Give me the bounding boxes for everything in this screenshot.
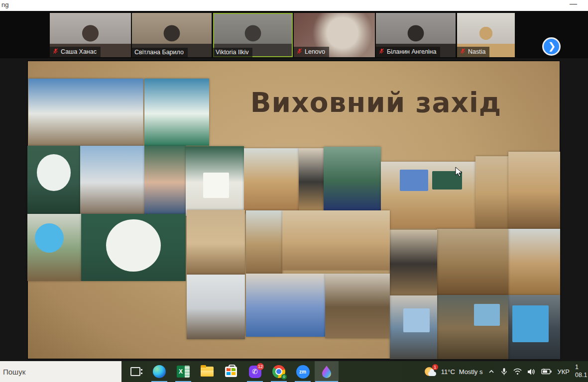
photo-detail bbox=[432, 171, 463, 190]
participant-name-label: Nastia bbox=[457, 47, 489, 57]
zoom-meeting-window: ng — Саша ХанасСвітлана БарилоViktoria I… bbox=[0, 0, 588, 382]
microsoft-store-icon bbox=[225, 367, 237, 377]
collage-photo-girl-window-writing bbox=[187, 275, 245, 339]
wifi-icon[interactable] bbox=[513, 368, 522, 375]
collage-photo-dove-heart-hands bbox=[27, 146, 80, 216]
participant-name: Саша Ханас bbox=[61, 48, 97, 55]
photo-detail bbox=[37, 154, 71, 191]
collage-photo-smartboard-lesson bbox=[508, 295, 560, 359]
app-badge: 12 bbox=[257, 363, 264, 370]
participant-video[interactable]: Nastia bbox=[457, 13, 515, 57]
collage-photo-earth-lollipops bbox=[27, 214, 81, 281]
volume-icon[interactable] bbox=[527, 368, 536, 376]
participant-name-label: Світлана Барило bbox=[132, 48, 188, 57]
app-badge: 0 bbox=[281, 374, 287, 380]
collage-photo-girl-with-drawing bbox=[186, 146, 244, 216]
collage-photo-classroom-mid-right bbox=[437, 229, 508, 295]
language-indicator[interactable]: УКР bbox=[557, 368, 570, 376]
photo-detail bbox=[106, 219, 160, 272]
paint-icon bbox=[321, 365, 333, 379]
excel-icon: X bbox=[177, 366, 190, 378]
chevron-up-icon[interactable] bbox=[488, 368, 495, 375]
participant-name: Viktoria Ilkiv bbox=[216, 49, 248, 56]
microphone-icon[interactable] bbox=[500, 368, 508, 376]
collage-photo-classroom-screen-right bbox=[437, 295, 508, 359]
weather-badge: 1 bbox=[432, 364, 438, 370]
collage-photo-doves-earth-pile bbox=[144, 79, 209, 146]
photo-detail bbox=[400, 170, 428, 191]
collage-photo-kids-writing-1 bbox=[475, 156, 508, 229]
minimize-button[interactable]: — bbox=[570, 0, 577, 7]
collage-photo-two-girls-writing bbox=[187, 210, 245, 275]
participant-name-label: Viktoria Ilkiv bbox=[213, 48, 252, 57]
taskbar-app-paint[interactable] bbox=[315, 361, 339, 382]
participant-video[interactable]: Світлана Барило bbox=[132, 13, 212, 57]
battery-icon[interactable] bbox=[541, 369, 552, 375]
participant-name: Біланин Ангеліна bbox=[387, 48, 436, 55]
muted-mic-icon bbox=[52, 48, 59, 56]
search-placeholder: Пошук bbox=[3, 368, 25, 376]
photo-detail bbox=[512, 305, 549, 343]
participant-name: Світлана Барило bbox=[134, 49, 184, 56]
weather-widget[interactable]: 1 11°C Mostly s bbox=[424, 366, 483, 378]
clock[interactable]: 1 08.1 bbox=[575, 364, 588, 379]
weather-desc: Mostly s bbox=[459, 368, 483, 376]
shared-slide: Виховний захід bbox=[27, 61, 560, 359]
edge-icon bbox=[153, 365, 166, 378]
slide-title: Виховний захід bbox=[227, 87, 525, 118]
taskbar-app-zoom[interactable]: zm bbox=[291, 361, 315, 382]
taskbar-app-explorer[interactable] bbox=[195, 361, 219, 382]
collage-photo-girl-writing-2 bbox=[508, 152, 560, 229]
collage-photo-class-window-board bbox=[390, 295, 437, 359]
muted-mic-icon bbox=[296, 48, 303, 56]
collage-photo-classroom-desks bbox=[244, 148, 299, 213]
next-participants-button[interactable]: ❯ bbox=[542, 37, 561, 56]
zoom-icon: zm bbox=[296, 365, 310, 379]
participant-name: Lenovo bbox=[305, 48, 325, 55]
collage-photo-teacher-walking bbox=[390, 230, 437, 295]
window-titlebar: ng — bbox=[0, 0, 588, 11]
taskbar: Пошук X✆120zm 1 11°C Mostly s bbox=[0, 361, 588, 382]
participant-strip: Саша ХанасСвітлана БарилоViktoria IlkivL… bbox=[0, 11, 588, 58]
collage-photo-class-presentation bbox=[381, 162, 475, 228]
taskbar-app-excel[interactable]: X bbox=[171, 361, 195, 382]
taskbar-app-chrome[interactable]: 0 bbox=[267, 361, 291, 382]
collage-photo-kids-doves-banner bbox=[28, 79, 143, 146]
taskbar-app-store[interactable] bbox=[219, 361, 243, 382]
collage-photo-teacher-standing bbox=[299, 148, 324, 213]
collage-photo-smiling-girl bbox=[144, 146, 186, 216]
clock-date: 08.1 bbox=[575, 372, 588, 380]
file-explorer-icon bbox=[201, 367, 214, 377]
participant-video[interactable]: Lenovo bbox=[294, 13, 375, 57]
search-input[interactable]: Пошук bbox=[0, 361, 121, 382]
participant-video[interactable]: Viktoria Ilkiv bbox=[213, 13, 293, 57]
collage-photo-blonde-girl-blue bbox=[246, 274, 325, 337]
participant-name-label: Саша Ханас bbox=[50, 47, 101, 57]
participant-name-label: Біланин Ангеліна bbox=[376, 47, 440, 57]
collage-photo-desks-hands bbox=[282, 210, 390, 270]
collage-photo-classroom-right bbox=[508, 229, 560, 295]
weather-temp: 11°C bbox=[441, 368, 455, 376]
participant-name: Nastia bbox=[468, 48, 485, 55]
collage-photo-boy-brown-writing bbox=[325, 274, 390, 338]
participant-name-label: Lenovo bbox=[294, 47, 329, 57]
collage-photo-dove-heart-board bbox=[81, 214, 186, 281]
photo-detail bbox=[474, 304, 500, 326]
taskbar-app-viber[interactable]: ✆12 bbox=[243, 361, 267, 382]
photo-detail bbox=[203, 173, 229, 197]
task-view-icon bbox=[130, 367, 140, 376]
collage-photo-boy-vyshyvanka bbox=[324, 147, 381, 212]
window-title: ng bbox=[1, 1, 8, 8]
presentation-stage: Виховний захід bbox=[0, 58, 588, 361]
system-tray: 1 11°C Mostly s УКР 1 08 bbox=[424, 361, 588, 382]
photo-detail bbox=[403, 308, 430, 333]
collage-photo-teacher-selfie-class bbox=[80, 146, 144, 216]
participant-video[interactable]: Біланин Ангеліна bbox=[376, 13, 456, 57]
chevron-right-icon: ❯ bbox=[548, 41, 556, 51]
taskbar-app-edge[interactable] bbox=[147, 361, 171, 382]
taskbar-app-task-view[interactable] bbox=[123, 361, 147, 382]
clock-time: 1 bbox=[575, 364, 588, 372]
muted-mic-icon bbox=[378, 48, 385, 56]
photo-detail bbox=[35, 223, 64, 253]
participant-video[interactable]: Саша Ханас bbox=[50, 13, 131, 57]
